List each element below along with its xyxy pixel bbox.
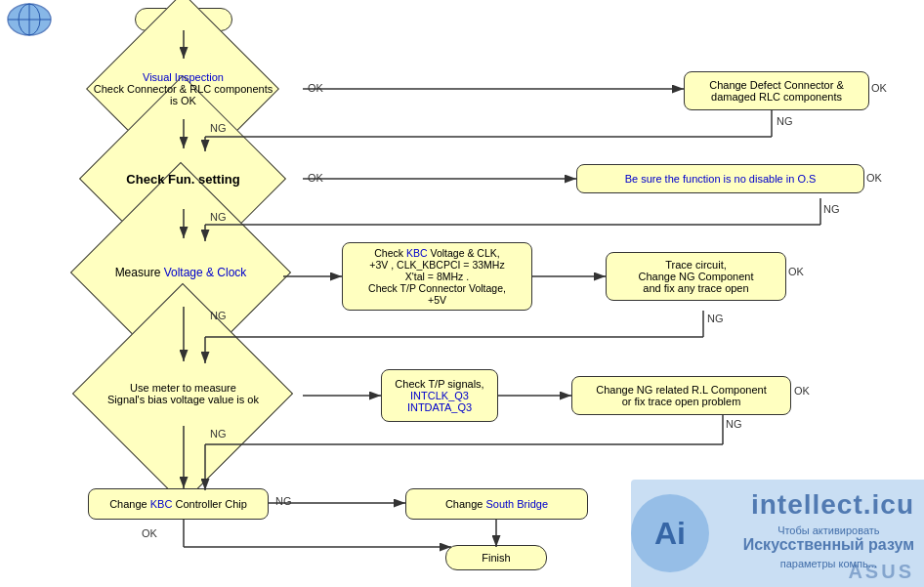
ng-label-1: NG (210, 122, 227, 134)
diagram: Start Visual Inspection Check Connector … (0, 0, 924, 587)
ng-label-kbc: NG (275, 495, 292, 507)
check-kbc-shape: Check KBC Voltage & CLK, +3V , CLK_KBCPC… (342, 242, 532, 311)
ng-label-signal: NG (210, 428, 227, 440)
ok-label-1: OK (308, 82, 323, 94)
change-kbc-pre: Change KBC Controller Chip (109, 498, 247, 510)
watermark-title: intellect.icu (743, 489, 914, 521)
check-kbc-line4: Check T/P Connector Voltage, (368, 282, 506, 294)
trace-line2: Change NG Component (638, 271, 753, 282)
trace-circuit-shape: Trace circuit, Change NG Component and f… (606, 252, 786, 301)
change-defect-line1: Change Defect Connector & (709, 79, 844, 91)
ok-label-kbc: OK (142, 527, 157, 539)
check-tp-line3: INTDATA_Q3 (407, 401, 472, 413)
ok-label-defect: OK (871, 82, 887, 94)
check-tp-line2: INTCLK_Q3 (410, 390, 469, 401)
ng-label-trace: NG (707, 313, 724, 324)
check-kbc-line3: X'tal = 8MHz . (405, 271, 469, 282)
watermark: Ai intellect.icu Чтобы активировать Иску… (631, 480, 924, 587)
ng-label-besure: NG (823, 203, 840, 215)
be-sure-shape: Be sure the function is no disable in O.… (576, 164, 864, 193)
change-ng-line2: or fix trace open problem (622, 396, 741, 407)
check-tp-line1: Check T/P signals, (395, 378, 483, 390)
finish-shape: Finish (445, 545, 547, 570)
ng-label-2: NG (210, 211, 227, 223)
check-kbc-line2: +3V , CLK_KBCPCI = 33MHz (369, 259, 504, 271)
trace-line3: and fix any trace open (643, 282, 748, 294)
change-ng-shape: Change NG related R.L Component or fix t… (571, 376, 791, 415)
change-south-pre: Change South Bridge (445, 498, 548, 510)
check-kbc-line1: Check KBC Voltage & CLK, (374, 247, 499, 259)
trace-line1: Trace circuit, (665, 259, 727, 271)
change-defect-shape: Change Defect Connector & damaged RLC co… (684, 71, 869, 110)
ok-label-2: OK (308, 172, 323, 184)
check-tp-shape: Check T/P signals, INTCLK_Q3 INTDATA_Q3 (381, 369, 498, 422)
globe-icon (0, 0, 59, 39)
ok-label-besure: OK (866, 172, 882, 184)
ok-label-trace: OK (788, 266, 804, 277)
change-defect-line2: damaged RLC components (711, 91, 842, 103)
check-kbc-line5: +5V (428, 294, 446, 306)
change-ng-line1: Change NG related R.L Component (596, 384, 766, 396)
finish-label: Finish (482, 552, 510, 564)
change-kbc-shape: Change KBC Controller Chip (88, 488, 269, 520)
watermark-sub1: Чтобы активировать (743, 524, 914, 536)
ng-label-defect: NG (777, 115, 793, 127)
signal-bias-diamond: Use meter to measure Signal's bias volta… (59, 361, 308, 426)
change-south-shape: Change South Bridge (405, 488, 588, 520)
be-sure-label: Be sure the function is no disable in O.… (625, 173, 817, 185)
asus-logo: ASUS (848, 561, 914, 583)
ai-circle: Ai (631, 494, 709, 572)
ng-label-measure: NG (210, 310, 227, 321)
watermark-sub3: Искусственный разум (743, 536, 914, 554)
ok-label-ng: OK (794, 385, 810, 397)
ng-label-ng: NG (726, 418, 742, 430)
